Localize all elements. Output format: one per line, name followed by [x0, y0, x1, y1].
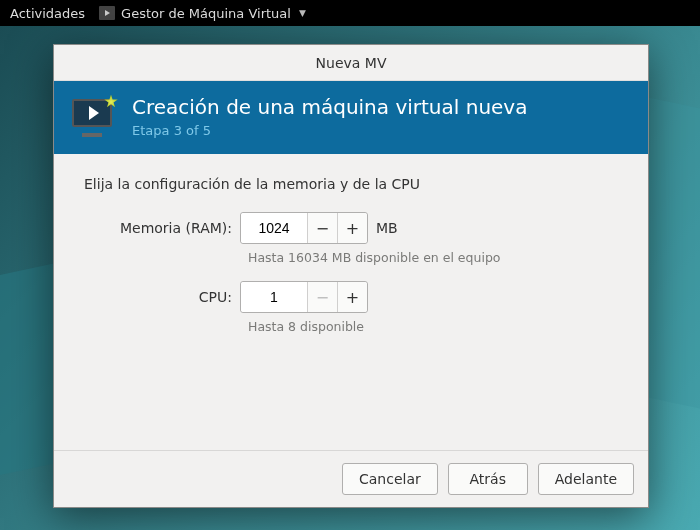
cpu-hint: Hasta 8 disponible [248, 319, 618, 334]
memory-hint: Hasta 16034 MB disponible en el equipo [248, 250, 618, 265]
wizard-banner: Creación de una máquina virtual nueva Et… [54, 81, 648, 154]
new-vm-dialog: Nueva MV Creación de una máquina virtual… [53, 44, 649, 508]
memory-input[interactable] [241, 213, 307, 243]
cpu-row: CPU: − + [84, 281, 618, 313]
cancel-button[interactable]: Cancelar [342, 463, 438, 495]
back-button[interactable]: Atrás [448, 463, 528, 495]
cpu-decrement-button[interactable]: − [307, 282, 337, 312]
wizard-title: Creación de una máquina virtual nueva [132, 95, 527, 119]
memory-label: Memoria (RAM): [84, 220, 240, 236]
app-menu-label: Gestor de Máquina Virtual [121, 6, 291, 21]
activities-button[interactable]: Actividades [10, 6, 85, 21]
wizard-step-label: Etapa 3 of 5 [132, 123, 527, 138]
config-prompt: Elija la configuración de la memoria y d… [84, 176, 618, 192]
new-vm-icon [72, 97, 116, 137]
wizard-content: Elija la configuración de la memoria y d… [54, 154, 648, 450]
memory-row: Memoria (RAM): − + MB [84, 212, 618, 244]
cpu-spinbutton[interactable]: − + [240, 281, 368, 313]
memory-unit: MB [376, 220, 398, 236]
virt-manager-icon [99, 6, 115, 20]
gnome-top-bar: Actividades Gestor de Máquina Virtual ▼ [0, 0, 700, 26]
cpu-input[interactable] [241, 282, 307, 312]
app-menu[interactable]: Gestor de Máquina Virtual ▼ [99, 6, 306, 21]
dialog-footer: Cancelar Atrás Adelante [54, 450, 648, 507]
dialog-title: Nueva MV [54, 45, 648, 81]
memory-spinbutton[interactable]: − + [240, 212, 368, 244]
cpu-label: CPU: [84, 289, 240, 305]
memory-decrement-button[interactable]: − [307, 213, 337, 243]
chevron-down-icon: ▼ [299, 8, 306, 18]
cpu-increment-button[interactable]: + [337, 282, 367, 312]
memory-increment-button[interactable]: + [337, 213, 367, 243]
forward-button[interactable]: Adelante [538, 463, 634, 495]
